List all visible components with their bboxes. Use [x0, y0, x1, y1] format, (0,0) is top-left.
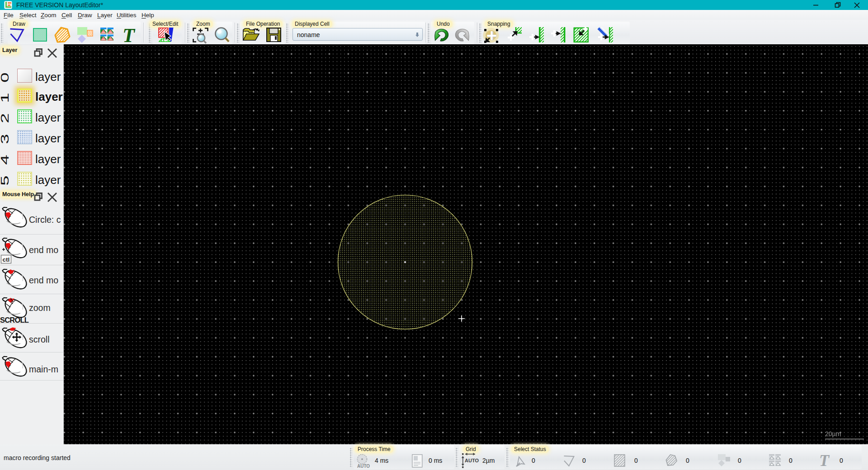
svg-text:end mo: end mo	[29, 245, 58, 255]
svg-text:main-m: main-m	[29, 364, 58, 374]
svg-text:zoom: zoom	[29, 303, 51, 313]
svg-text:AUTO: AUTO	[357, 464, 370, 469]
svg-text:end mo: end mo	[29, 275, 58, 285]
svg-text:ctl: ctl	[3, 256, 10, 263]
svg-text:T: T	[123, 24, 136, 45]
svg-text:Circle: c: Circle: c	[29, 215, 61, 225]
svg-text:SCROLL: SCROLL	[0, 316, 29, 324]
svg-text:scroll: scroll	[29, 334, 50, 344]
svg-text:AUTO: AUTO	[465, 458, 479, 463]
svg-text:T: T	[819, 451, 830, 470]
